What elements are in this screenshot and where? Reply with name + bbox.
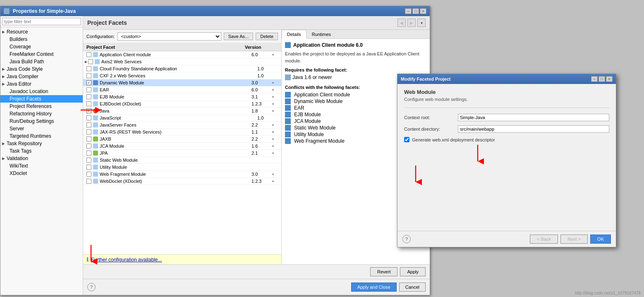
axis2-expand[interactable]: ▶	[85, 60, 87, 64]
facet-checkbox-jaxrs[interactable]	[86, 129, 91, 134]
facet-dropdown-ejb[interactable]: ▾	[272, 95, 278, 99]
facet-checkbox-java[interactable]: ✓	[86, 108, 91, 113]
sidebar-item-server[interactable]: Server	[0, 125, 83, 132]
close-button[interactable]: ×	[420, 8, 426, 14]
dialog-minimize-button[interactable]: −	[591, 76, 598, 82]
help-button[interactable]: ?	[87, 283, 96, 291]
minimize-button[interactable]: −	[405, 8, 412, 14]
facet-row-jpa[interactable]: JPA 2.1 ▾	[83, 150, 281, 157]
nav-dropdown-button[interactable]: ▾	[417, 19, 426, 27]
facet-dropdown-webfragment[interactable]: ▾	[272, 172, 278, 176]
facet-checkbox-jca[interactable]	[86, 144, 91, 148]
sidebar-item-javacodestyle[interactable]: ▶ Java Code Style	[0, 65, 83, 73]
dialog-close-button[interactable]: ×	[606, 76, 613, 82]
dialog-help-button[interactable]: ?	[402, 235, 411, 243]
facet-dropdown-appclient[interactable]: ▾	[272, 53, 278, 57]
apply-close-button[interactable]: Apply and Close	[351, 283, 397, 292]
facet-row-jaxrs[interactable]: JAX-RS (REST Web Services) 1.1 ▾	[83, 129, 281, 136]
dialog-maximize-button[interactable]: □	[599, 76, 605, 82]
facet-checkbox-jsf[interactable]	[86, 122, 91, 127]
facet-checkbox-staticweb[interactable]	[86, 158, 91, 163]
facet-row-javascript[interactable]: JavaScript 1.0	[83, 115, 281, 122]
facet-row-jca[interactable]: JCA Module 1.6 ▾	[83, 143, 281, 150]
sidebar-item-wikitext[interactable]: WikiText	[0, 162, 83, 170]
facet-dropdown-jaxb[interactable]: ▾	[272, 137, 278, 141]
facet-row-jaxb[interactable]: JAXB 2.2 ▾	[83, 136, 281, 143]
facet-row-dynamicweb[interactable]: ✓ Dynamic Web Module 3.0 ▾	[83, 79, 281, 86]
facet-dropdown-jpa[interactable]: ▾	[272, 151, 278, 155]
facet-row-ejb[interactable]: EJB Module 3.1 ▾	[83, 93, 281, 101]
content-dir-input[interactable]	[458, 125, 609, 133]
facet-dropdown-ear[interactable]: ▾	[272, 88, 278, 92]
save-as-button[interactable]: Save As...	[224, 33, 254, 40]
further-config-link[interactable]: Further configuration available...	[91, 257, 162, 263]
facet-checkbox-jpa[interactable]	[86, 151, 91, 156]
facet-row-cloudfoundry[interactable]: Cloud Foundry Standalone Application 1.0	[83, 65, 281, 72]
facet-checkbox-cxf[interactable]	[86, 73, 91, 78]
facet-row-cxf[interactable]: CXF 2.x Web Services 1.0	[83, 72, 281, 79]
forward-nav-button[interactable]: ▶	[407, 19, 416, 27]
facet-dropdown-webdoclet[interactable]: ▾	[272, 180, 278, 183]
delete-button[interactable]: Delete	[256, 33, 278, 40]
facet-checkbox-javascript[interactable]	[86, 115, 91, 120]
back-nav-button[interactable]: ◀	[397, 19, 406, 27]
sidebar-item-targetedruntimes[interactable]: Targeted Runtimes	[0, 132, 83, 140]
sidebar-item-resource[interactable]: ▶ Resource	[0, 28, 83, 36]
sidebar-item-coverage[interactable]: Coverage	[0, 43, 83, 50]
facet-row-utility[interactable]: Utility Module	[83, 164, 281, 171]
sidebar-item-projectfacets[interactable]: Project Facets	[0, 95, 83, 103]
facet-row-webfragment[interactable]: Web Fragment Module 3.0 ▾	[83, 171, 281, 178]
back-button[interactable]: < Back	[530, 235, 558, 244]
generate-xml-checkbox[interactable]	[404, 137, 409, 142]
facet-row-jsf[interactable]: JavaServer Faces 2.2 ▾	[83, 122, 281, 129]
config-select[interactable]: <custom>	[117, 32, 221, 41]
next-button[interactable]: Next >	[560, 235, 588, 244]
facet-checkbox-cloudfoundry[interactable]	[86, 66, 91, 71]
sidebar-item-projectrefs[interactable]: Project References	[0, 103, 83, 110]
context-root-input[interactable]	[458, 114, 609, 121]
facet-checkbox-axis2[interactable]	[88, 59, 93, 64]
facet-checkbox-webfragment[interactable]	[86, 172, 91, 177]
maximize-button[interactable]: □	[412, 8, 419, 14]
sidebar-item-xdoclet[interactable]: XDoclet	[0, 170, 83, 177]
sidebar-item-freemarker[interactable]: FreeMarker Context	[0, 50, 83, 58]
sidebar-item-tasktags[interactable]: Task Tags	[0, 147, 83, 155]
facet-dropdown-jsf[interactable]: ▾	[272, 123, 278, 127]
facet-checkbox-jaxb[interactable]	[86, 137, 91, 141]
apply-button[interactable]: Apply	[400, 267, 426, 276]
sidebar-item-javabuildpath[interactable]: Java Build Path	[0, 58, 83, 65]
sidebar-item-javacompiler[interactable]: ▶ Java Compiler	[0, 73, 83, 80]
facet-row-webdoclet[interactable]: WebDoclet (XDoclet) 1.2.3 ▾	[83, 178, 281, 185]
facet-checkbox-ejb[interactable]	[86, 94, 91, 99]
ok-button[interactable]: OK	[590, 235, 611, 244]
facet-checkbox-ejbdoclet[interactable]	[86, 101, 91, 106]
sidebar-item-taskrepo[interactable]: ▶ Task Repository	[0, 140, 83, 147]
cancel-button[interactable]: Cancel	[399, 283, 426, 292]
sidebar-item-validation[interactable]: ▶ Validation	[0, 155, 83, 162]
facet-checkbox-dynamicweb[interactable]: ✓	[86, 80, 91, 85]
facet-checkbox-appclient[interactable]	[86, 52, 91, 57]
sidebar-item-javadoc[interactable]: Javadoc Location	[0, 88, 83, 95]
revert-button[interactable]: Revert	[370, 267, 397, 276]
sidebar-item-refactoring[interactable]: Refactoring History	[0, 110, 83, 117]
facet-dropdown-ejbdoclet[interactable]: ▾	[272, 102, 278, 106]
facet-row-axis2[interactable]: ▶ Axis2 Web Services	[83, 58, 281, 65]
tab-details[interactable]: Details	[282, 30, 306, 39]
facet-dropdown-jaxrs[interactable]: ▾	[272, 130, 278, 134]
facet-row-java[interactable]: ✓ J Java 1.8 ▾	[83, 108, 281, 115]
facet-dropdown-dynamicweb[interactable]: ▾	[272, 81, 278, 85]
tab-runtimes[interactable]: Runtimes	[306, 30, 336, 38]
facet-dropdown-jca[interactable]: ▾	[272, 144, 278, 148]
sidebar-item-rundebug[interactable]: Run/Debug Settings	[0, 117, 83, 125]
filter-input[interactable]	[2, 18, 81, 25]
facet-row-appclient[interactable]: Application Client module 6.0 ▾	[83, 51, 281, 58]
facet-checkbox-utility[interactable]	[86, 165, 91, 170]
facet-dropdown-java[interactable]: ▾	[272, 109, 278, 113]
facet-row-ear[interactable]: EAR 6.0 ▾	[83, 86, 281, 93]
facet-checkbox-webdoclet[interactable]	[86, 179, 91, 184]
facet-row-staticweb[interactable]: Static Web Module	[83, 157, 281, 164]
facet-row-ejbdoclet[interactable]: EJBDoclet (XDoclet) 1.2.3 ▾	[83, 101, 281, 108]
facet-checkbox-ear[interactable]	[86, 87, 91, 92]
sidebar-item-builders[interactable]: Builders	[0, 36, 83, 43]
sidebar-item-javaeditor[interactable]: ▶ Java Editor	[0, 80, 83, 88]
